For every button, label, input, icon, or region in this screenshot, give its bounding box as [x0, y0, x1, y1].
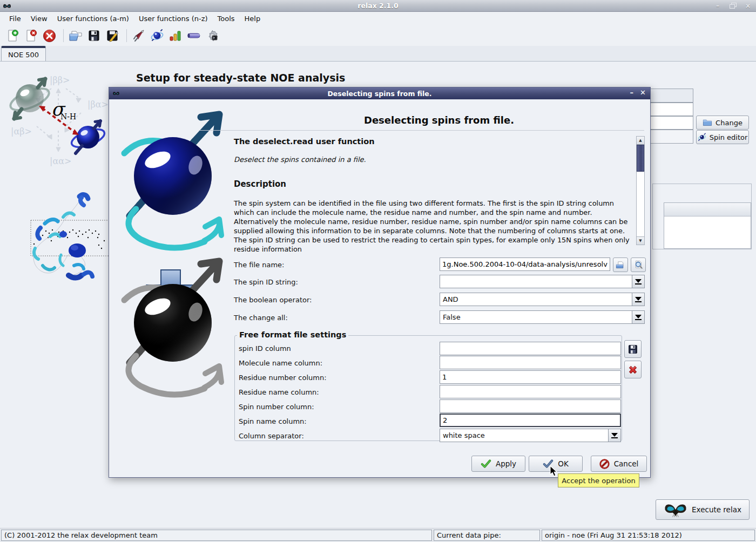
minimize-button[interactable]: – [713, 2, 723, 10]
spin-number-column-input[interactable] [440, 399, 621, 413]
status-copyright: (C) 2001-2012 the relax development team [1, 530, 432, 541]
molecule-name-column-input[interactable] [440, 356, 621, 369]
close-button[interactable]: × [743, 2, 753, 10]
ok-tooltip: Accept the operation [558, 473, 639, 487]
menu-tools[interactable]: Tools [213, 13, 240, 24]
spin-name-column-input[interactable] [440, 414, 621, 427]
green-check-icon [481, 459, 491, 468]
sigma-subscript: N-H [60, 112, 76, 121]
residue-number-column-label: Residue number column: [239, 374, 327, 382]
results-viewer-icon[interactable] [167, 28, 184, 44]
scrollbar-thumb[interactable] [637, 145, 644, 172]
column-separator-combo[interactable]: white space [440, 429, 621, 442]
change-button[interactable]: Change [696, 116, 749, 130]
window-titlebar: relax 2.1.0 – × [0, 0, 756, 12]
description-scrollbar[interactable]: ▲ ▼ [636, 136, 645, 245]
relax-controller-icon[interactable] [131, 28, 147, 44]
scroll-down-icon[interactable]: ▼ [637, 236, 644, 245]
tab-label: NOE 500 [8, 51, 39, 59]
cancel-button[interactable]: Cancel [591, 456, 647, 472]
state-ba-label: |βα> [87, 99, 109, 110]
deselect-read-dialog: Deselecting spins from file. – ✕ [109, 87, 651, 478]
execute-relax-button[interactable]: Execute relax [656, 499, 750, 520]
change-all-combo[interactable]: False [440, 310, 645, 324]
residue-number-column-input[interactable] [440, 370, 621, 384]
change-all-value[interactable]: False [440, 310, 632, 324]
dialog-minimize-button[interactable]: – [630, 89, 634, 97]
scroll-up-icon[interactable]: ▲ [637, 137, 644, 145]
menu-help[interactable]: Help [240, 13, 266, 24]
spin-name-column-label: Spin name column: [239, 417, 307, 425]
description-heading: Description [234, 179, 286, 189]
deselect-artwork [113, 105, 231, 407]
state-aa-label: |αα> [50, 156, 71, 166]
state-ab-label: |αβ> [11, 126, 32, 137]
free-format-legend: Free format file settings [237, 330, 348, 339]
menu-user-functions-nz[interactable]: User functions (n-z) [134, 13, 213, 24]
open-file-icon [616, 261, 625, 269]
protein-structure-image [3, 185, 113, 293]
relax-butterfly-icon [3, 3, 11, 9]
dialog-butterfly-icon [112, 91, 120, 96]
ok-button-label: OK [558, 459, 568, 468]
spin-id-column-label: spin ID column [239, 344, 291, 353]
apply-button-label: Apply [496, 459, 516, 468]
boolean-operator-combo[interactable]: AND [440, 293, 645, 306]
save-state-icon[interactable] [86, 28, 102, 44]
relax-prompt-icon[interactable] [204, 28, 220, 44]
file-preview-button[interactable] [631, 258, 646, 272]
file-name-input[interactable] [440, 258, 610, 271]
magnifier-icon [634, 260, 643, 269]
cancel-icon [599, 459, 610, 469]
menu-file[interactable]: File [4, 13, 26, 24]
dialog-title: Deselecting spins from file. [109, 90, 650, 98]
spin-viewer-icon[interactable] [149, 28, 165, 44]
menu-user-functions-am[interactable]: User functions (a-m) [52, 13, 134, 24]
tab-noe-500[interactable]: NOE 500 [1, 46, 46, 61]
open-state-icon[interactable] [68, 28, 84, 44]
residue-name-column-label: Residue name column: [239, 388, 319, 396]
chevron-down-icon[interactable] [632, 293, 645, 306]
spins-table-header [664, 203, 751, 216]
dialog-close-button[interactable]: ✕ [640, 89, 646, 97]
boolean-operator-value[interactable]: AND [440, 293, 632, 306]
pipe-editor-icon[interactable] [186, 28, 202, 44]
folder-icon [703, 119, 712, 126]
spin-id-column-input[interactable] [440, 342, 621, 355]
close-analysis-icon[interactable] [23, 28, 39, 44]
menu-view[interactable]: View [26, 13, 52, 24]
column-separator-value[interactable]: white space [440, 429, 608, 442]
save-free-format-button[interactable] [624, 340, 642, 358]
description-text: The spin system can be identified in the… [234, 199, 630, 254]
close-all-icon[interactable] [41, 28, 57, 44]
page-title: Setup for steady-state NOE analysis [136, 72, 345, 84]
spin-pair-diagram: |ββ> |βα> |αβ> |αα> [0, 67, 116, 180]
spin-editor-button-label: Spin editor [710, 133, 748, 141]
butterfly-icon [664, 502, 687, 518]
maximize-button[interactable] [728, 2, 738, 10]
file-open-button[interactable] [613, 258, 628, 272]
tab-bar: NOE 500 [0, 46, 756, 61]
chevron-down-icon[interactable] [632, 275, 645, 288]
spin-editor-button[interactable]: Spin editor [696, 130, 749, 144]
toolbar-separator [63, 29, 64, 42]
spin-id-combo[interactable] [440, 275, 645, 288]
function-title: The deselect.read user function [234, 137, 375, 146]
status-bar: (C) 2001-2012 the relax development team… [0, 528, 756, 542]
chevron-down-icon[interactable] [632, 310, 645, 324]
apply-button[interactable]: Apply [471, 456, 525, 472]
spin-id-label: The spin ID string: [234, 278, 298, 286]
spin-id-value[interactable] [440, 275, 632, 288]
mouse-cursor [550, 465, 558, 477]
save-as-icon[interactable] [104, 28, 120, 44]
menu-bar: File View User functions (a-m) User func… [0, 12, 756, 25]
chevron-down-icon[interactable] [608, 429, 621, 442]
residue-name-column-input[interactable] [440, 385, 621, 398]
new-analysis-icon[interactable] [4, 28, 21, 44]
column-separator-label: Column separator: [239, 432, 304, 440]
status-pipe-value: origin - noe (Fri Aug 31 21:53:18 2012) [542, 530, 755, 541]
save-icon [627, 344, 638, 355]
tool-bar [0, 25, 756, 46]
reset-free-format-button[interactable] [624, 361, 642, 378]
toolbar-separator [126, 29, 127, 42]
